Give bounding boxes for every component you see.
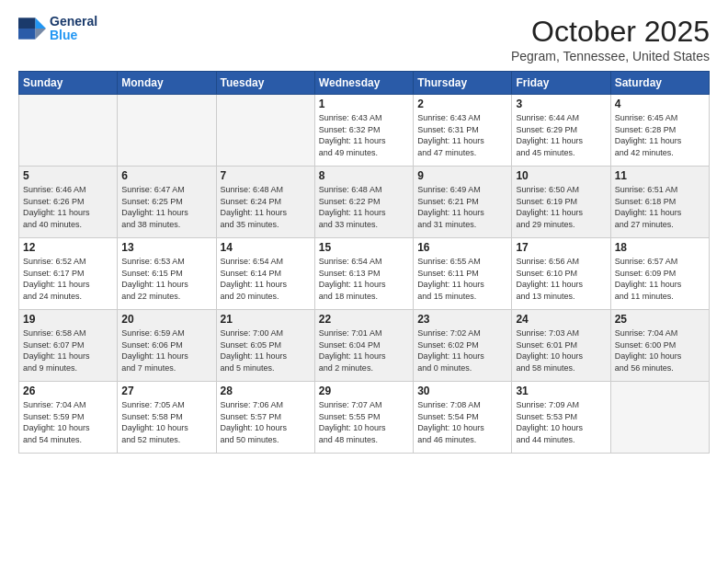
day-cell <box>118 95 216 167</box>
day-number: 26 <box>23 385 113 397</box>
day-number: 2 <box>417 98 507 110</box>
day-number: 19 <box>23 313 113 326</box>
weekday-header-saturday: Saturday <box>610 72 709 95</box>
day-cell: 23Sunrise: 7:02 AMSunset: 6:02 PMDayligh… <box>414 310 512 382</box>
logo-text: General Blue <box>50 15 97 43</box>
day-info: Sunrise: 7:05 AMSunset: 5:58 PMDaylight:… <box>121 399 211 445</box>
weekday-header-row: SundayMondayTuesdayWednesdayThursdayFrid… <box>19 72 710 95</box>
day-cell: 4Sunrise: 6:45 AMSunset: 6:28 PMDaylight… <box>610 95 709 167</box>
svg-marker-0 <box>35 18 46 29</box>
day-number: 14 <box>221 241 311 254</box>
day-info: Sunrise: 6:54 AMSunset: 6:14 PMDaylight:… <box>221 256 311 302</box>
day-cell: 5Sunrise: 6:46 AMSunset: 6:26 PMDaylight… <box>19 167 118 238</box>
logo-line2: Blue <box>50 29 97 42</box>
day-cell: 8Sunrise: 6:48 AMSunset: 6:22 PMDaylight… <box>314 167 413 238</box>
day-info: Sunrise: 6:43 AMSunset: 6:31 PMDaylight:… <box>417 112 507 158</box>
day-cell: 30Sunrise: 7:08 AMSunset: 5:54 PMDayligh… <box>414 382 512 454</box>
day-info: Sunrise: 7:04 AMSunset: 5:59 PMDaylight:… <box>23 399 113 445</box>
day-cell: 16Sunrise: 6:55 AMSunset: 6:11 PMDayligh… <box>414 238 512 310</box>
day-number: 4 <box>615 98 705 110</box>
day-number: 18 <box>615 241 705 254</box>
logo-icon <box>18 15 46 42</box>
day-info: Sunrise: 6:46 AMSunset: 6:26 PMDaylight:… <box>23 184 113 230</box>
day-number: 21 <box>221 313 311 326</box>
day-cell: 13Sunrise: 6:53 AMSunset: 6:15 PMDayligh… <box>118 238 216 310</box>
week-row-2: 12Sunrise: 6:52 AMSunset: 6:17 PMDayligh… <box>19 238 710 310</box>
day-cell: 18Sunrise: 6:57 AMSunset: 6:09 PMDayligh… <box>610 238 709 310</box>
day-cell: 17Sunrise: 6:56 AMSunset: 6:10 PMDayligh… <box>512 238 610 310</box>
day-info: Sunrise: 6:49 AMSunset: 6:21 PMDaylight:… <box>417 184 507 230</box>
weekday-header-tuesday: Tuesday <box>216 72 314 95</box>
day-info: Sunrise: 7:08 AMSunset: 5:54 PMDaylight:… <box>417 399 507 445</box>
day-info: Sunrise: 6:54 AMSunset: 6:13 PMDaylight:… <box>319 256 409 302</box>
day-info: Sunrise: 6:57 AMSunset: 6:09 PMDaylight:… <box>615 256 705 302</box>
day-number: 3 <box>516 98 606 110</box>
day-number: 12 <box>23 241 113 254</box>
week-row-1: 5Sunrise: 6:46 AMSunset: 6:26 PMDaylight… <box>19 167 710 238</box>
day-info: Sunrise: 6:59 AMSunset: 6:06 PMDaylight:… <box>121 327 211 373</box>
day-info: Sunrise: 7:04 AMSunset: 6:00 PMDaylight:… <box>615 327 705 373</box>
day-cell: 24Sunrise: 7:03 AMSunset: 6:01 PMDayligh… <box>512 310 610 382</box>
day-cell <box>216 95 314 167</box>
day-info: Sunrise: 6:43 AMSunset: 6:32 PMDaylight:… <box>319 112 409 158</box>
day-cell: 6Sunrise: 6:47 AMSunset: 6:25 PMDaylight… <box>118 167 216 238</box>
day-info: Sunrise: 7:07 AMSunset: 5:55 PMDaylight:… <box>319 399 409 445</box>
day-info: Sunrise: 6:48 AMSunset: 6:22 PMDaylight:… <box>319 184 409 230</box>
svg-rect-3 <box>18 29 35 40</box>
month-title: October 2025 <box>511 15 710 49</box>
svg-rect-2 <box>18 18 35 29</box>
day-cell: 12Sunrise: 6:52 AMSunset: 6:17 PMDayligh… <box>19 238 118 310</box>
day-info: Sunrise: 7:03 AMSunset: 6:01 PMDaylight:… <box>516 327 606 373</box>
day-number: 16 <box>417 241 507 254</box>
day-number: 29 <box>319 385 409 397</box>
week-row-3: 19Sunrise: 6:58 AMSunset: 6:07 PMDayligh… <box>19 310 710 382</box>
day-info: Sunrise: 6:56 AMSunset: 6:10 PMDaylight:… <box>516 256 606 302</box>
day-info: Sunrise: 7:06 AMSunset: 5:57 PMDaylight:… <box>221 399 311 445</box>
day-cell: 31Sunrise: 7:09 AMSunset: 5:53 PMDayligh… <box>512 382 610 454</box>
day-info: Sunrise: 6:53 AMSunset: 6:15 PMDaylight:… <box>121 256 211 302</box>
day-number: 25 <box>615 313 705 326</box>
day-number: 8 <box>319 169 409 182</box>
day-info: Sunrise: 6:55 AMSunset: 6:11 PMDaylight:… <box>417 256 507 302</box>
day-cell: 26Sunrise: 7:04 AMSunset: 5:59 PMDayligh… <box>19 382 118 454</box>
weekday-header-monday: Monday <box>118 72 216 95</box>
day-number: 17 <box>516 241 606 254</box>
week-row-0: 1Sunrise: 6:43 AMSunset: 6:32 PMDaylight… <box>19 95 710 167</box>
day-cell: 14Sunrise: 6:54 AMSunset: 6:14 PMDayligh… <box>216 238 314 310</box>
day-cell: 2Sunrise: 6:43 AMSunset: 6:31 PMDaylight… <box>414 95 512 167</box>
weekday-header-thursday: Thursday <box>414 72 512 95</box>
calendar: SundayMondayTuesdayWednesdayThursdayFrid… <box>18 71 710 454</box>
day-info: Sunrise: 6:58 AMSunset: 6:07 PMDaylight:… <box>23 327 113 373</box>
day-number: 20 <box>121 313 211 326</box>
svg-marker-1 <box>35 29 46 40</box>
day-number: 28 <box>221 385 311 397</box>
day-info: Sunrise: 7:01 AMSunset: 6:04 PMDaylight:… <box>319 327 409 373</box>
day-number: 24 <box>516 313 606 326</box>
day-cell: 25Sunrise: 7:04 AMSunset: 6:00 PMDayligh… <box>610 310 709 382</box>
weekday-header-wednesday: Wednesday <box>314 72 413 95</box>
day-number: 1 <box>319 98 409 110</box>
day-cell <box>19 95 118 167</box>
day-info: Sunrise: 6:47 AMSunset: 6:25 PMDaylight:… <box>121 184 211 230</box>
day-number: 6 <box>121 169 211 182</box>
header: General Blue October 2025 Pegram, Tennes… <box>18 15 710 63</box>
logo-line1: General <box>50 15 97 29</box>
day-info: Sunrise: 7:09 AMSunset: 5:53 PMDaylight:… <box>516 399 606 445</box>
day-number: 31 <box>516 385 606 397</box>
day-number: 13 <box>121 241 211 254</box>
day-cell: 29Sunrise: 7:07 AMSunset: 5:55 PMDayligh… <box>314 382 413 454</box>
day-info: Sunrise: 6:52 AMSunset: 6:17 PMDaylight:… <box>23 256 113 302</box>
day-cell: 21Sunrise: 7:00 AMSunset: 6:05 PMDayligh… <box>216 310 314 382</box>
day-number: 10 <box>516 169 606 182</box>
day-info: Sunrise: 6:50 AMSunset: 6:19 PMDaylight:… <box>516 184 606 230</box>
day-cell: 3Sunrise: 6:44 AMSunset: 6:29 PMDaylight… <box>512 95 610 167</box>
day-cell: 11Sunrise: 6:51 AMSunset: 6:18 PMDayligh… <box>610 167 709 238</box>
title-block: October 2025 Pegram, Tennessee, United S… <box>511 15 710 63</box>
day-cell: 22Sunrise: 7:01 AMSunset: 6:04 PMDayligh… <box>314 310 413 382</box>
day-cell: 28Sunrise: 7:06 AMSunset: 5:57 PMDayligh… <box>216 382 314 454</box>
day-number: 15 <box>319 241 409 254</box>
day-info: Sunrise: 6:48 AMSunset: 6:24 PMDaylight:… <box>221 184 311 230</box>
location: Pegram, Tennessee, United States <box>511 49 710 63</box>
week-row-4: 26Sunrise: 7:04 AMSunset: 5:59 PMDayligh… <box>19 382 710 454</box>
day-cell: 15Sunrise: 6:54 AMSunset: 6:13 PMDayligh… <box>314 238 413 310</box>
